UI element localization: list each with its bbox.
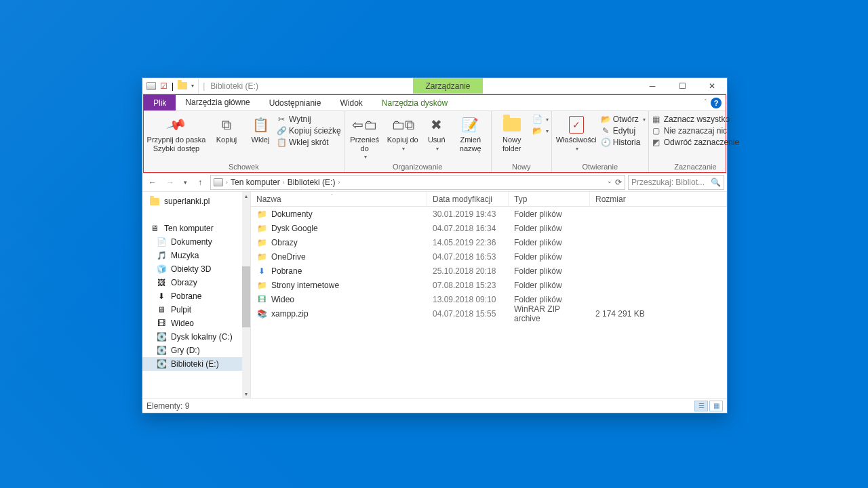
qat-dropdown[interactable]: ▾ <box>191 83 194 89</box>
nav-item-this-pc[interactable]: 🖥Ten komputer <box>142 222 250 235</box>
file-date: 04.07.2018 16:53 <box>427 252 509 262</box>
file-type: Folder plików <box>509 266 590 276</box>
maximize-button[interactable]: ☐ <box>667 78 697 94</box>
nav-item[interactable]: 🖥Pulpit <box>142 303 250 317</box>
quick-access-toolbar: ☑ | ▾ <box>142 78 199 94</box>
paste-button[interactable]: 📋 Wklej <box>247 113 274 144</box>
close-button[interactable]: ✕ <box>697 78 727 94</box>
file-type: Folder plików <box>509 295 590 304</box>
file-size: 2 174 291 KB <box>590 309 727 319</box>
tab-disk-tools[interactable]: Narzędzia dysków <box>372 95 457 110</box>
table-row[interactable]: 📁Dokumenty30.01.2019 19:43Folder plików <box>251 207 727 221</box>
drive-icon <box>214 178 223 186</box>
table-row[interactable]: 📁Obrazy14.05.2019 22:36Folder plików <box>251 235 727 249</box>
zip-icon: 📚 <box>256 309 267 319</box>
tab-home[interactable]: Narzędzia główne <box>176 95 259 110</box>
search-box[interactable]: Przeszukaj: Bibliot... 🔍 <box>628 175 724 190</box>
edit-button[interactable]: ✎Edytuj <box>601 126 646 136</box>
table-row[interactable]: 📁Strony internetowe07.08.2018 15:23Folde… <box>251 278 727 292</box>
rename-button[interactable]: 📝 Zmień nazwę <box>453 113 488 152</box>
folder-icon: 📁 <box>256 281 267 290</box>
file-name: Obrazy <box>271 238 298 247</box>
properties-button[interactable]: Właściwości▾ <box>555 113 598 152</box>
tab-share[interactable]: Udostępnianie <box>260 95 331 110</box>
check-icon: ☑ <box>160 81 167 91</box>
nav-item[interactable]: 🎞Wideo <box>142 317 250 330</box>
file-type: Folder plików <box>509 252 590 262</box>
history-button[interactable]: 🕘Historia <box>601 138 646 147</box>
table-row[interactable]: 📁OneDrive04.07.2018 16:53Folder plików <box>251 249 727 264</box>
ribbon-group-select: ▦Zaznacz wszystko ▢Nie zaznaczaj nic ◩Od… <box>649 111 742 172</box>
copy-path-button[interactable]: 🔗Kopiuj ścieżkę <box>277 126 341 136</box>
ribbon: 📌 Przypnij do paska Szybki dostęp ⧉ Kopi… <box>144 111 726 172</box>
nav-item[interactable]: 💽Gry (D:) <box>142 344 250 357</box>
table-row[interactable]: 📁Dysk Google04.07.2018 16:34Folder plikó… <box>251 221 727 235</box>
delete-button[interactable]: ✖ Usuń▾ <box>423 113 450 152</box>
copy-to-button[interactable]: 🗀⧉ Kopiuj do▾ <box>385 113 420 152</box>
nav-up-button[interactable]: ↑ <box>193 175 208 190</box>
select-none-button[interactable]: ▢Nie zaznaczaj nic <box>652 126 739 136</box>
nav-item[interactable]: 💽Biblioteki (E:) <box>142 357 250 371</box>
file-type: Folder plików <box>509 238 590 247</box>
copy-button[interactable]: ⧉ Kopiuj <box>209 113 244 144</box>
ribbon-group-new: Nowy folder 📄▾ 📂▾ Nowy <box>492 111 552 172</box>
nav-item[interactable]: 🎵Muzyka <box>142 249 250 262</box>
status-bar: Elementy: 9 ☰ ▦ <box>142 398 727 413</box>
breadcrumb-segment[interactable]: Biblioteki (E:) <box>288 178 336 187</box>
cut-button[interactable]: ✂Wytnij <box>277 115 341 124</box>
move-to-button[interactable]: ⇦🗀 Przenieś do▾ <box>347 113 382 160</box>
address-bar[interactable]: › Ten komputer› Biblioteki (E:)› ⌄ ⟳ <box>210 175 625 190</box>
nav-item[interactable]: 💽Dysk lokalny (C:) <box>142 330 250 344</box>
breadcrumb-segment[interactable]: Ten komputer <box>231 178 280 187</box>
new-item-button[interactable]: 📄▾ <box>532 115 549 124</box>
file-date: 14.05.2019 22:36 <box>427 238 509 247</box>
file-date: 30.01.2019 19:43 <box>427 209 509 219</box>
scroll-up-button[interactable]: ▴ <box>242 192 250 200</box>
new-folder-button[interactable]: Nowy folder <box>494 113 530 152</box>
context-tab-manage[interactable]: Zarządzanie <box>413 78 482 94</box>
tab-file[interactable]: Plik <box>144 95 176 110</box>
help-button[interactable]: ? <box>711 98 722 108</box>
tab-view[interactable]: Widok <box>330 95 372 110</box>
select-all-label: Zaznacz wszystko <box>664 115 730 124</box>
column-name[interactable]: Nazwa <box>251 192 427 206</box>
paste-shortcut-button[interactable]: 📋Wklej skrót <box>277 138 341 147</box>
paste-label: Wklej <box>252 136 270 144</box>
ribbon-group-clipboard: 📌 Przypnij do paska Szybki dostęp ⧉ Kopi… <box>144 111 344 172</box>
table-row[interactable]: 📚xampp.zip04.07.2018 15:55WinRAR ZIP arc… <box>251 306 727 321</box>
address-dropdown-icon[interactable]: ⌄ <box>607 178 612 187</box>
nav-item[interactable]: 🧊Obiekty 3D <box>142 262 250 276</box>
properties-label: Właściwości <box>556 136 597 144</box>
refresh-button[interactable]: ⟳ <box>615 178 622 187</box>
table-row[interactable]: ⬇Pobrane25.10.2018 20:18Folder plików <box>251 264 727 278</box>
column-date[interactable]: Data modyfikacji <box>427 192 509 206</box>
scrollbar-thumb[interactable] <box>242 266 250 327</box>
minimize-button[interactable]: ─ <box>637 78 667 94</box>
cut-label: Wytnij <box>289 115 311 124</box>
column-size[interactable]: Rozmiar <box>590 192 727 206</box>
scroll-down-button[interactable]: ▾ <box>242 390 250 398</box>
view-large-icons-button[interactable]: ▦ <box>709 401 723 411</box>
file-date: 13.09.2018 09:10 <box>427 295 509 304</box>
invert-selection-button[interactable]: ◩Odwróć zaznaczenie <box>652 138 739 147</box>
nav-item[interactable]: ⬇Pobrane <box>142 289 250 303</box>
file-name: Wideo <box>271 295 294 304</box>
column-name-label: Nazwa <box>256 195 281 204</box>
open-button[interactable]: 📂Otwórz▾ <box>601 115 646 124</box>
table-row[interactable]: 🎞Wideo13.09.2018 09:10Folder plików <box>251 292 727 306</box>
nav-back-button[interactable]: ← <box>145 175 160 190</box>
view-details-button[interactable]: ☰ <box>694 401 708 411</box>
nav-item[interactable]: 🖼Obrazy <box>142 276 250 289</box>
select-all-button[interactable]: ▦Zaznacz wszystko <box>652 115 739 124</box>
move-to-label: Przenieś do <box>347 136 382 152</box>
easy-access-button[interactable]: 📂▾ <box>532 126 549 136</box>
pin-to-quick-access-button[interactable]: 📌 Przypnij do paska Szybki dostęp <box>146 113 206 152</box>
nav-forward-button[interactable]: → <box>163 175 178 190</box>
edit-label: Edytuj <box>613 126 635 136</box>
nav-item[interactable]: 📄Dokumenty <box>142 235 250 249</box>
column-type[interactable]: Typ <box>509 192 590 206</box>
ribbon-collapse-icon[interactable]: ˆ <box>705 99 707 106</box>
nav-history-dropdown[interactable]: ▾ <box>180 175 190 190</box>
nav-item-quick[interactable]: superlanki.pl <box>142 195 250 208</box>
file-list: ˆ Nazwa Data modyfikacji Typ Rozmiar 📁Do… <box>251 192 727 398</box>
